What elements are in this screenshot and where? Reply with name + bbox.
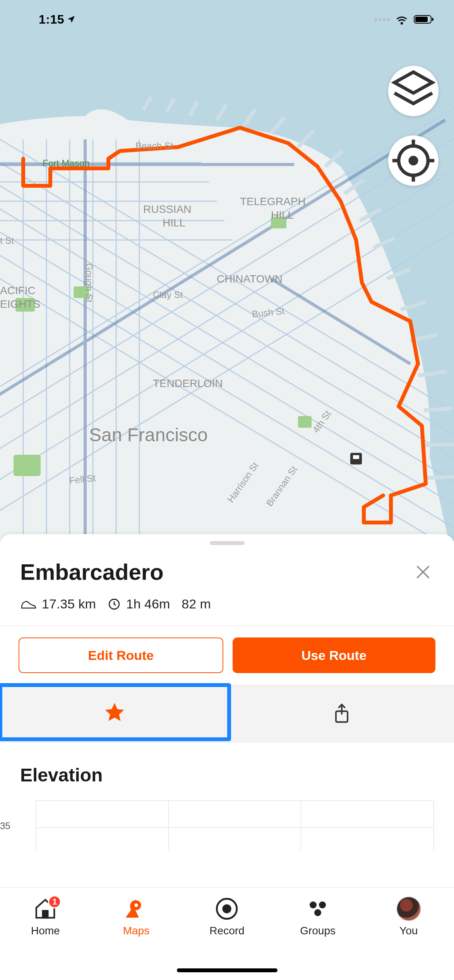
svg-point-72: [310, 901, 317, 908]
favorite-button[interactable]: [0, 683, 231, 741]
tab-home-label: Home: [31, 925, 60, 937]
stat-elevation: 82 m: [182, 596, 211, 612]
battery-icon: [414, 14, 435, 24]
tab-record-label: Record: [209, 925, 244, 937]
svg-rect-62: [432, 18, 433, 21]
svg-point-73: [319, 901, 326, 908]
edit-route-button[interactable]: Edit Route: [19, 637, 223, 673]
status-time: 1:15: [39, 12, 76, 27]
locate-icon: [388, 135, 439, 186]
tab-home[interactable]: 1 Home: [0, 897, 91, 980]
map-label-pac-heights-1: ACIFIC: [0, 284, 36, 296]
map-layers-button[interactable]: [388, 66, 439, 116]
svg-point-59: [401, 22, 403, 24]
map-street-t: t St: [0, 235, 14, 246]
map-label-pac-heights-2: EIGHTS: [0, 298, 40, 310]
tab-groups-label: Groups: [300, 925, 336, 937]
groups-icon: [306, 899, 329, 918]
avatar: [396, 896, 421, 921]
clock-icon: [108, 598, 121, 611]
stat-distance: 17.35 km: [20, 596, 96, 612]
map-label-tenderloin: TENDERLOIN: [153, 377, 223, 389]
share-button[interactable]: [230, 685, 454, 743]
maps-icon: [124, 897, 149, 921]
svg-rect-67: [43, 911, 48, 918]
map-label-chinatown: CHINATOWN: [217, 273, 283, 285]
use-route-button[interactable]: Use Route: [233, 637, 436, 673]
shoe-icon: [20, 598, 36, 610]
svg-rect-29: [14, 455, 41, 476]
map-view[interactable]: Fort Mason Beach St RUSSIAN HILL TELEGRA…: [0, 0, 454, 542]
home-indicator[interactable]: [177, 968, 278, 972]
status-bar: 1:15: [0, 0, 454, 39]
status-time-text: 1:15: [39, 12, 64, 27]
sheet-handle[interactable]: [210, 541, 245, 545]
tab-maps[interactable]: Maps: [91, 897, 182, 980]
svg-rect-32: [298, 416, 312, 428]
svg-point-69: [134, 903, 138, 907]
tab-you[interactable]: You: [363, 897, 454, 980]
elevation-chart: 35: [0, 797, 454, 851]
tab-you-label: You: [399, 925, 418, 937]
tab-groups[interactable]: Groups: [272, 897, 363, 980]
svg-line-50: [424, 408, 453, 410]
tab-maps-label: Maps: [123, 925, 149, 937]
stat-elevation-value: 82 m: [182, 596, 211, 612]
close-icon: [414, 563, 432, 581]
map-poi-fort-mason: Fort Mason: [43, 158, 89, 168]
cell-signal-icon: [374, 18, 390, 21]
elevation-ytick: 35: [0, 821, 10, 831]
stat-distance-value: 17.35 km: [42, 596, 96, 612]
record-icon: [215, 897, 239, 921]
star-icon: [103, 701, 126, 724]
route-stats: 17.35 km 1h 46m 82 m: [0, 585, 454, 626]
elevation-title: Elevation: [0, 743, 454, 797]
share-icon: [332, 703, 352, 725]
svg-point-54: [410, 158, 416, 164]
close-button[interactable]: [412, 561, 434, 583]
map-label-russian-hill-1: RUSSIAN: [143, 203, 191, 215]
svg-point-71: [223, 904, 231, 913]
svg-rect-34: [353, 455, 359, 459]
map-street-gough: Gough St: [84, 263, 94, 303]
map-locate-button[interactable]: [388, 135, 439, 186]
map-label-city: San Francisco: [89, 425, 208, 445]
home-badge: 1: [48, 895, 61, 908]
svg-line-51: [425, 444, 454, 445]
route-title: Embarcadero: [20, 559, 164, 585]
map-street-beach: Beach St: [135, 140, 173, 151]
layers-icon: [388, 66, 439, 116]
svg-point-74: [314, 909, 321, 916]
tab-record[interactable]: Record: [182, 897, 272, 980]
tab-bar: 1 Home Maps Record Groups You: [0, 887, 454, 980]
svg-rect-61: [415, 17, 428, 22]
map-label-telegraph-1: TELEGRAPH: [240, 195, 306, 207]
map-street-clay: Clay St: [153, 290, 183, 300]
wifi-icon: [395, 14, 408, 24]
map-label-telegraph-2: HILL: [271, 209, 294, 221]
stat-duration: 1h 46m: [108, 596, 170, 612]
location-arrow-icon: [67, 15, 76, 24]
svg-line-52: [426, 477, 454, 478]
stat-duration-value: 1h 46m: [126, 596, 170, 612]
map-label-russian-hill-2: HILL: [163, 217, 185, 229]
